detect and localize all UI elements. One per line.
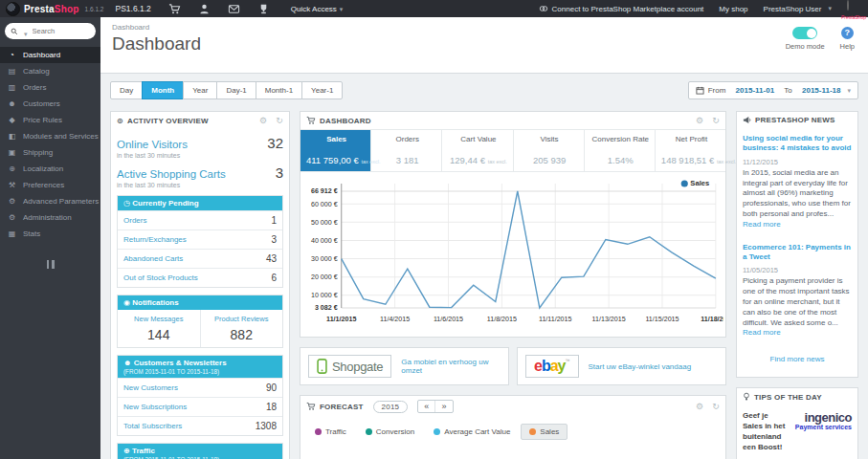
ebay-logo: ebay™ xyxy=(525,355,579,378)
total-subscribers-link[interactable]: Total Subscribers xyxy=(123,422,182,430)
active-carts-link[interactable]: Active Shopping Carts xyxy=(117,168,226,180)
online-visitors-link[interactable]: Online Visitors xyxy=(117,139,188,150)
sidebar-item-preferences[interactable]: ⚒ Preferences xyxy=(0,177,100,193)
table-row: Out of Stock Products6 xyxy=(118,268,282,287)
content-area: Day Month Year Day-1 Month-1 Year-1 From… xyxy=(100,74,868,459)
activity-panel-header: ⊙ ACTIVITY OVERVIEW ⚙ ↻ xyxy=(111,112,289,129)
help-icon[interactable]: ? xyxy=(841,27,854,39)
product-reviews-link[interactable]: Product Reviews xyxy=(203,315,281,323)
sidebar-item-dashboard[interactable]: ◔ Dashboard xyxy=(0,47,100,63)
middle-column: DASHBOARD ⚙ ↻ Sales 411 759,00 € tax exc… xyxy=(300,111,726,459)
new-subscriptions-link[interactable]: New Subscriptions xyxy=(123,403,187,411)
refresh-icon[interactable]: ↻ xyxy=(712,116,720,125)
my-shop-link[interactable]: My shop xyxy=(719,5,747,13)
range-button-year[interactable]: Year xyxy=(183,81,217,99)
ebay-logo-text: ebay™ xyxy=(534,359,570,374)
active-carts-sub: in the last 30 minutes xyxy=(117,182,283,188)
sidebar-item-orders[interactable]: ▥ Orders xyxy=(0,79,100,96)
quick-access-menu[interactable]: Quick Access xyxy=(291,5,344,13)
sidebar-item-price-rules[interactable]: ◆ Price Rules xyxy=(0,112,100,128)
brand[interactable]: PrestaShop 1.6.1.2 xyxy=(0,2,109,16)
sidebar-collapse-button[interactable] xyxy=(0,255,100,273)
shopgate-module: Shopgate Ga mobiel en verhoog uw omzet xyxy=(300,347,509,385)
svg-text:11/13/2015: 11/13/2015 xyxy=(592,316,626,322)
shopgate-link[interactable]: Ga mobiel en verhoog uw omzet xyxy=(401,358,501,375)
pause-bar-icon xyxy=(47,260,50,269)
tab-sales[interactable]: Sales xyxy=(521,424,568,440)
online-visitors-value: 32 xyxy=(267,135,283,151)
administration-icon: ⚙ xyxy=(7,213,17,222)
find-more-news-link[interactable]: Find more news xyxy=(743,351,852,371)
pending-returns-link[interactable]: Return/Exchanges xyxy=(123,235,187,244)
new-messages-value: 144 xyxy=(120,327,198,342)
news-article-title[interactable]: Ecommerce 101: Payments in a Tweet xyxy=(743,243,852,263)
kpi-orders[interactable]: Orders 3 181 xyxy=(370,130,441,171)
refresh-icon[interactable]: ↻ xyxy=(712,402,720,411)
kpi-conversion-rate[interactable]: Conversion Rate 1.54% xyxy=(584,130,655,171)
user-avatar[interactable] xyxy=(847,0,849,11)
new-messages-cell: New Messages 144 xyxy=(118,310,200,347)
read-more-link[interactable]: Read more xyxy=(743,328,781,337)
date-range-picker[interactable]: From 2015-11-01 To 2015-11-18 xyxy=(688,81,858,99)
tab-conversion[interactable]: Conversion xyxy=(357,424,423,440)
user-icon[interactable] xyxy=(198,3,211,15)
sidebar-item-localization[interactable]: ⊕ Localization xyxy=(0,161,100,177)
range-button-month-1[interactable]: Month-1 xyxy=(256,81,302,99)
ingenico-logo-text: ingenico xyxy=(792,411,852,424)
abandoned-carts-link[interactable]: Abandoned Carts xyxy=(123,254,183,263)
pending-orders-link[interactable]: Orders xyxy=(123,216,146,225)
sidebar-item-customers[interactable]: ☻ Customers xyxy=(0,96,100,112)
sidebar-item-advanced-parameters[interactable]: ⚙ Advanced Parameters xyxy=(0,193,100,209)
gear-icon[interactable]: ⚙ xyxy=(696,402,703,411)
range-button-month[interactable]: Month xyxy=(142,81,184,99)
sidebar-item-label: Preferences xyxy=(23,181,64,189)
sidebar-item-shipping[interactable]: ▣ Shipping xyxy=(0,144,100,161)
search-scope-caret[interactable] xyxy=(21,23,28,40)
refresh-icon[interactable]: ↻ xyxy=(276,116,283,125)
demo-mode-toggle[interactable] xyxy=(792,27,817,39)
connect-marketplace-link[interactable]: Connect to PrestaShop Marketplace accoun… xyxy=(539,4,704,13)
range-button-day[interactable]: Day xyxy=(110,81,143,99)
previous-year-button[interactable]: « xyxy=(418,401,434,412)
cart-icon[interactable] xyxy=(168,3,181,15)
pause-bar-icon xyxy=(52,260,55,269)
range-button-day-1[interactable]: Day-1 xyxy=(216,81,256,99)
next-year-button[interactable]: » xyxy=(434,401,452,412)
new-customers-link[interactable]: New Customers xyxy=(123,383,178,392)
gear-icon[interactable]: ⚙ xyxy=(696,116,703,125)
sidebar-item-administration[interactable]: ⚙ Administration xyxy=(0,209,100,226)
sidebar: ◔ Dashboard ▤ Catalog ▥ Orders ☻ Custome… xyxy=(0,17,100,459)
ebay-link[interactable]: Start uw eBay-winkel vandaag xyxy=(589,362,692,371)
out-of-stock-link[interactable]: Out of Stock Products xyxy=(123,273,198,282)
svg-text:11/1/2015: 11/1/2015 xyxy=(326,316,356,322)
kpi-sales[interactable]: Sales 411 759,00 € tax excl. xyxy=(300,130,370,171)
currently-pending-section: ◷ Currently Pending Orders1 Return/Excha… xyxy=(117,195,283,288)
mail-icon[interactable] xyxy=(228,3,240,15)
tab-traffic[interactable]: Traffic xyxy=(306,424,355,440)
demo-mode-control: Demo mode xyxy=(786,27,825,51)
sidebar-item-catalog[interactable]: ▤ Catalog xyxy=(0,63,100,79)
sidebar-item-stats[interactable]: ▦ Stats xyxy=(0,226,100,242)
total-subscribers-value: 1308 xyxy=(256,421,277,431)
kpi-net-profit[interactable]: Net Profit 148 918,51 € tax excl. xyxy=(655,130,725,171)
svg-text:10 000 €: 10 000 € xyxy=(311,292,338,298)
range-button-year-1[interactable]: Year-1 xyxy=(301,81,343,99)
tips-panel-body: ingenico Payment services Geef je Sales … xyxy=(737,405,857,459)
search-input[interactable] xyxy=(31,26,90,36)
kpi-visits[interactable]: Visits 205 939 xyxy=(513,130,584,171)
read-more-link[interactable]: Read more xyxy=(743,220,781,229)
tab-average-cart-value[interactable]: Average Cart Value xyxy=(425,424,519,440)
gear-icon[interactable]: ⚙ xyxy=(259,116,267,125)
new-messages-link[interactable]: New Messages xyxy=(120,315,198,323)
date-toolbar: Day Month Year Day-1 Month-1 Year-1 From… xyxy=(110,81,858,99)
user-menu[interactable]: PrestaShop User xyxy=(764,5,832,13)
sidebar-item-modules-and-services[interactable]: ◧ Modules and Services xyxy=(0,128,100,144)
range-button-group: Day Month Year Day-1 Month-1 Year-1 xyxy=(110,81,343,99)
pending-orders-value: 1 xyxy=(271,215,277,226)
kpi-cart-value[interactable]: Cart Value 129,44 € tax excl. xyxy=(441,130,512,171)
news-article-title[interactable]: Using social media for your business: 4 … xyxy=(743,134,852,154)
sales-dot-icon xyxy=(529,428,536,435)
sidebar-search[interactable] xyxy=(5,23,96,39)
catalog-icon: ▤ xyxy=(7,67,17,76)
trophy-icon[interactable] xyxy=(257,3,270,15)
